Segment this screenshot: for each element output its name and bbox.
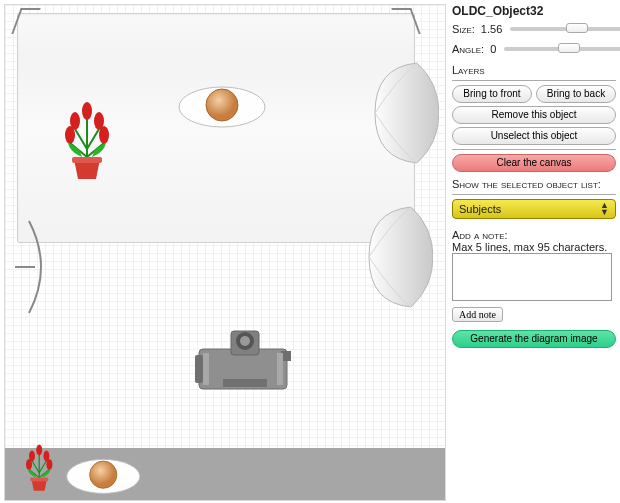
svg-rect-5 bbox=[72, 157, 102, 163]
remove-object-button[interactable]: Remove this object bbox=[452, 106, 616, 124]
chevron-updown-icon: ▲▼ bbox=[600, 202, 609, 216]
svg-point-16 bbox=[240, 336, 250, 346]
note-textarea[interactable] bbox=[452, 253, 612, 301]
subject-object[interactable] bbox=[177, 83, 267, 131]
softbox-bottom-object[interactable] bbox=[361, 203, 433, 311]
svg-point-7 bbox=[206, 89, 238, 121]
tray-flower[interactable] bbox=[23, 444, 55, 492]
note-heading: Add a note: bbox=[452, 229, 616, 241]
tray-subject[interactable] bbox=[65, 456, 142, 497]
size-label: Size: bbox=[452, 23, 475, 35]
svg-rect-23 bbox=[30, 478, 48, 482]
svg-point-25 bbox=[90, 461, 117, 488]
softbox-top-object[interactable] bbox=[367, 59, 439, 167]
svg-rect-13 bbox=[277, 353, 283, 385]
bring-to-back-button[interactable]: Bring to back bbox=[536, 85, 616, 103]
umbrella-icon bbox=[15, 219, 63, 315]
angle-slider[interactable] bbox=[504, 42, 620, 56]
svg-point-0 bbox=[82, 102, 92, 120]
softbox-icon bbox=[367, 59, 439, 167]
object-tray bbox=[5, 448, 445, 500]
add-note-button[interactable]: Add note bbox=[452, 307, 503, 322]
unselect-object-button[interactable]: Unselect this object bbox=[452, 127, 616, 145]
angle-value: 0 bbox=[490, 43, 496, 55]
object-id: OLDC_Object32 bbox=[452, 4, 616, 18]
generate-button[interactable]: Generate the diagram image bbox=[452, 330, 616, 348]
diagram-canvas[interactable] bbox=[4, 4, 446, 501]
object-list-selected: Subjects bbox=[459, 203, 501, 215]
camera-object[interactable] bbox=[193, 329, 293, 393]
object-list-dropdown[interactable]: Subjects ▲▼ bbox=[452, 199, 616, 219]
note-hint: Max 5 lines, max 95 characters. bbox=[452, 241, 616, 253]
softbox-icon bbox=[361, 203, 433, 311]
layers-heading: Layers bbox=[452, 64, 616, 76]
camera-icon bbox=[193, 329, 293, 393]
svg-point-4 bbox=[99, 126, 109, 144]
svg-rect-10 bbox=[195, 355, 203, 383]
flower-icon bbox=[23, 444, 55, 492]
svg-point-22 bbox=[46, 459, 52, 470]
size-slider[interactable] bbox=[510, 22, 620, 36]
person-icon bbox=[177, 83, 267, 131]
flower-pot-object[interactable] bbox=[60, 101, 114, 181]
umbrella-object[interactable] bbox=[15, 219, 63, 315]
clear-canvas-button[interactable]: Clear the canvas bbox=[452, 154, 616, 172]
svg-rect-17 bbox=[223, 379, 267, 387]
angle-label: Angle: bbox=[452, 43, 484, 55]
size-value: 1.56 bbox=[481, 23, 502, 35]
bring-to-front-button[interactable]: Bring to front bbox=[452, 85, 532, 103]
svg-point-18 bbox=[36, 445, 42, 456]
svg-point-3 bbox=[65, 126, 75, 144]
object-list-heading: Show the selected object list: bbox=[452, 178, 616, 190]
flower-icon bbox=[60, 101, 114, 181]
svg-rect-12 bbox=[203, 353, 209, 385]
svg-point-21 bbox=[26, 459, 32, 470]
person-icon bbox=[65, 456, 142, 497]
